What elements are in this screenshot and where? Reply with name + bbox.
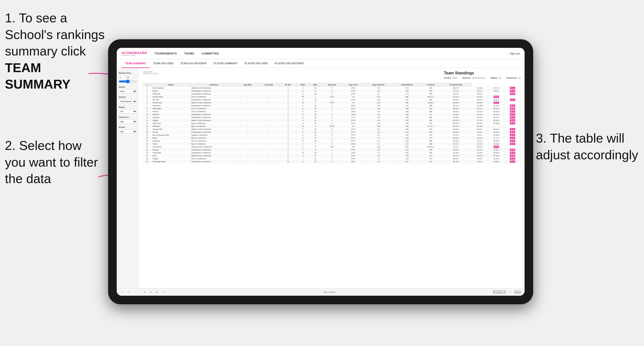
cell-rank: 16: [143, 131, 151, 134]
cell-data: 9: [296, 131, 309, 134]
cell-school[interactable]: Arkansas: [151, 116, 190, 119]
nav-committee[interactable]: COMMITTEE: [202, 52, 219, 55]
cell-school[interactable]: Florida: [151, 131, 190, 134]
cell-school[interactable]: Mississippi State: [151, 160, 190, 163]
cell-school[interactable]: Texas: [151, 143, 190, 146]
share-button[interactable]: Share: [514, 291, 521, 294]
watch-button[interactable]: 👁 Watch ▼: [493, 291, 506, 294]
tab-team-h2h-grid[interactable]: TEAM H2H GRID: [150, 59, 177, 68]
forward-button[interactable]: ›: [138, 291, 141, 294]
cell-school[interactable]: Duke: [151, 154, 190, 157]
cell-school[interactable]: Auburn: [151, 90, 190, 93]
nav-teams[interactable]: TEAMS: [184, 52, 194, 55]
cell-data: 215: [393, 146, 421, 149]
cell-data: 24: [296, 125, 309, 128]
tab-team-summary[interactable]: TEAM SUMMARY: [122, 59, 150, 68]
cell-school[interactable]: Georgia Tech: [151, 128, 190, 131]
copy-button[interactable]: ⎘: [149, 291, 152, 294]
col-conf-rank: Conf. Rank: [258, 83, 280, 87]
cell-data: 7: [280, 131, 296, 134]
tab-team-h2h-heatmap[interactable]: TEAM H2H HEATMAP: [177, 59, 210, 68]
cell-data: 1: [322, 107, 342, 110]
cell-school[interactable]: California: [151, 140, 190, 143]
table-row: 15Georgia TechAtlantic Coast Conference-…: [143, 128, 521, 131]
cell-school[interactable]: Vanderbilt: [151, 93, 190, 95]
sign-out-button[interactable]: Sign out: [510, 52, 520, 55]
cell-data: 42-18-0: [471, 87, 488, 90]
tab-player-h2h-grid[interactable]: PLAYER H2H GRID: [241, 59, 271, 68]
filter-region-select[interactable]: N/A: [119, 109, 137, 114]
cell-avg-rank: -: [237, 134, 258, 137]
cell-conf-rank: -: [258, 157, 280, 160]
cell-avg-rank: -: [237, 143, 258, 146]
filter-school-select[interactable]: (All): [119, 129, 137, 134]
table-row: 17East Tennessee StateSouthern Conferenc…: [143, 134, 521, 137]
expand-button[interactable]: ⛶: [508, 291, 512, 294]
cell-school[interactable]: North Carolina: [151, 87, 190, 90]
cell-school[interactable]: Washington: [151, 107, 190, 110]
cell-data: 2.70: [393, 87, 421, 90]
cell-school[interactable]: Texas A&M: [151, 151, 190, 154]
paste-button[interactable]: ⊕: [155, 291, 158, 294]
cell-school[interactable]: Arizona: [151, 110, 190, 113]
cell-data: 260: [421, 90, 440, 93]
cell-school[interactable]: East Tennessee State: [151, 134, 190, 137]
cell-school[interactable]: Virginia: [151, 119, 190, 122]
clock-button[interactable]: 🕐: [161, 291, 165, 294]
cell-data: 80-25-1: [440, 137, 471, 140]
cell-school[interactable]: Ole Miss: [151, 98, 190, 101]
cell-conf-rank: -: [258, 154, 280, 157]
cell-school[interactable]: Oregon: [151, 157, 190, 160]
cell-school[interactable]: Georgia: [151, 149, 190, 151]
cell-school[interactable]: Alabama: [151, 113, 190, 116]
tab-player-summary[interactable]: PLAYER SUMMARY: [210, 59, 241, 68]
cell-data: 17-9-0: [471, 119, 488, 122]
cell-data: 1.85: [393, 128, 421, 131]
redo-button[interactable]: ↪: [127, 291, 130, 294]
cell-school[interactable]: Tennessee: [151, 104, 190, 107]
filter-gender-select[interactable]: Men's: [119, 89, 137, 94]
conference-filter-value: All: [518, 77, 521, 79]
cell-data: 1: [322, 154, 342, 157]
cell-data: 61-21-0: [440, 104, 471, 107]
cell-data: 1: [280, 95, 296, 98]
cell-data: 276.3: [342, 107, 364, 110]
min-rou-slider[interactable]: [119, 80, 137, 83]
cell-score: 80.27: [505, 140, 520, 143]
cell-data: 1: [322, 137, 342, 140]
zoom-out-button[interactable]: ⊖: [143, 291, 147, 294]
back-button[interactable]: ‹: [133, 291, 136, 294]
cell-data: 7: [296, 149, 309, 151]
cell-conference: Big 12 Conference: [190, 122, 237, 125]
table-row: 25OregonPac-12 Conference--97210279.5-1.…: [143, 157, 521, 160]
table-row: 7TennesseeSoutheastern Conference--46182…: [143, 104, 521, 107]
view-original-button[interactable]: View: Original: [323, 291, 336, 293]
min-rou-input-1[interactable]: [119, 75, 126, 79]
undo-button[interactable]: ↩: [121, 291, 124, 294]
filter-group-region: Region N/A: [119, 106, 137, 114]
cell-data: 262: [421, 87, 440, 90]
tab-player-h2h-heatmap[interactable]: PLAYER H2H HEATMAP: [271, 59, 308, 68]
cell-data: 0: [322, 143, 342, 146]
cell-data: 11-28-3: [471, 151, 488, 154]
nav-tournaments[interactable]: TOURNAMENTS: [154, 52, 177, 55]
cell-conf-rank: -: [258, 90, 280, 93]
score-badge: 80.84: [494, 146, 499, 148]
cell-school[interactable]: Florida State: [151, 101, 190, 104]
filter-conference-select[interactable]: (All): [119, 119, 137, 124]
table-row: 1North CarolinaAtlantic Coast Conference…: [143, 87, 521, 90]
filter-group-min-rou: Minimum Rou...: [119, 72, 137, 83]
cell-school[interactable]: Illinois: [151, 137, 190, 140]
score-badge: 80.54: [510, 149, 515, 151]
cell-data: 1: [309, 95, 322, 98]
filter-group-conference: Conference (All): [119, 116, 137, 124]
cell-data: 10: [296, 101, 309, 104]
cell-school[interactable]: New Mexico: [151, 146, 190, 149]
filter-division-select[interactable]: NCAA Division I: [119, 99, 137, 104]
min-rou-input-2[interactable]: [126, 75, 134, 79]
cell-rank: 14: [143, 125, 151, 128]
cell-school[interactable]: Oklahoma: [151, 125, 190, 128]
cell-school[interactable]: Texas Tech: [151, 122, 190, 125]
cell-school[interactable]: Arizona State: [151, 95, 190, 98]
cell-conf-rank: -: [258, 134, 280, 137]
